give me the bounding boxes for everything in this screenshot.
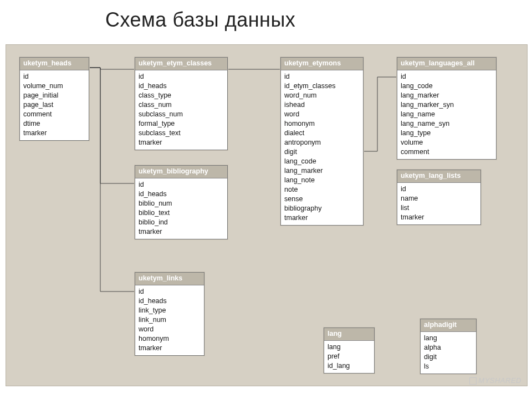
field: subclass_num: [139, 110, 224, 119]
field: biblio_text: [139, 208, 224, 218]
page-title: Схема базы данных: [105, 8, 295, 32]
field: word: [284, 110, 360, 119]
field: volume: [401, 138, 493, 147]
field: lang_type: [401, 129, 493, 138]
table-body: id name list tmarker: [397, 183, 480, 224]
table-header: uketym_bibliography: [135, 166, 227, 178]
watermark-icon: [469, 377, 477, 385]
field: tmarker: [401, 213, 477, 222]
table-lang[interactable]: lang lang pref id_lang: [324, 328, 375, 374]
field: page_initial: [23, 91, 85, 100]
table-uketym-etym-classes[interactable]: uketym_etym_classes id id_heads class_ty…: [135, 57, 228, 150]
field: dialect: [284, 129, 360, 138]
table-body: id volume_num page_initial page_last com…: [20, 70, 89, 140]
field: bibliography: [284, 204, 360, 213]
field: pref: [328, 352, 371, 361]
field: lang_marker: [401, 91, 493, 100]
field: id: [139, 287, 201, 296]
field: note: [284, 185, 360, 195]
field: id: [23, 72, 85, 81]
table-uketym-heads[interactable]: uketym_heads id volume_num page_initial …: [19, 57, 89, 141]
field: id: [139, 180, 224, 190]
table-alphadigit[interactable]: alphadigit lang alpha digit ls: [420, 319, 477, 374]
table-header: lang: [324, 328, 374, 341]
field: formal_type: [139, 119, 224, 129]
table-header: uketym_languages_all: [397, 58, 496, 70]
table-body: id lang_code lang_marker lang_marker_syn…: [397, 70, 496, 159]
table-header: uketym_heads: [20, 58, 89, 70]
table-uketym-lang-lists[interactable]: uketym_lang_lists id name list tmarker: [397, 170, 481, 225]
field: tmarker: [23, 129, 85, 138]
field: id: [401, 72, 493, 81]
field: digit: [424, 352, 473, 362]
field: word_num: [284, 91, 360, 100]
field: lang: [328, 342, 371, 352]
field: comment: [23, 110, 85, 119]
field: dtime: [23, 119, 85, 129]
field: id_etym_classes: [284, 81, 360, 91]
table-header: uketym_etym_classes: [135, 58, 227, 70]
field: digit: [284, 147, 360, 157]
field: sense: [284, 195, 360, 204]
watermark: MYSHARED: [469, 376, 521, 385]
field: id: [139, 72, 224, 81]
field: ls: [424, 362, 473, 371]
field: link_num: [139, 315, 201, 325]
field: lang_note: [284, 176, 360, 185]
field: lang_marker: [284, 166, 360, 176]
table-uketym-languages-all[interactable]: uketym_languages_all id lang_code lang_m…: [397, 57, 497, 160]
field: class_num: [139, 100, 224, 110]
table-uketym-bibliography[interactable]: uketym_bibliography id id_heads biblio_n…: [135, 165, 228, 239]
field: page_last: [23, 100, 85, 110]
table-uketym-links[interactable]: uketym_links id id_heads link_type link_…: [135, 272, 204, 356]
field: lang_code: [401, 81, 493, 91]
field: list: [401, 203, 477, 213]
table-body: id id_etym_classes word_num ishead word …: [281, 70, 363, 225]
table-header: uketym_etymons: [281, 58, 363, 70]
field: homonym: [284, 119, 360, 129]
field: lang: [424, 334, 473, 343]
field: biblio_num: [139, 199, 224, 208]
table-body: id id_heads biblio_num biblio_text bibli…: [135, 178, 227, 239]
watermark-text: MYSHARED: [478, 376, 521, 385]
field: id: [284, 72, 360, 81]
field: name: [401, 194, 477, 203]
field: alpha: [424, 343, 473, 352]
table-body: lang alpha digit ls: [421, 332, 476, 374]
field: comment: [401, 147, 493, 157]
table-body: id id_heads class_type class_num subclas…: [135, 70, 227, 150]
field: id: [401, 185, 477, 194]
field: tmarker: [139, 138, 224, 147]
field: tmarker: [139, 344, 201, 353]
field: word: [139, 325, 201, 334]
field: homonym: [139, 334, 201, 344]
field: biblio_ind: [139, 218, 224, 227]
field: id_lang: [328, 361, 371, 371]
field: lang_code: [284, 157, 360, 166]
field: volume_num: [23, 81, 85, 91]
field: antroponym: [284, 138, 360, 147]
table-header: uketym_links: [135, 273, 204, 285]
schema-canvas: uketym_heads id volume_num page_initial …: [6, 44, 528, 386]
field: id_heads: [139, 296, 201, 306]
field: link_type: [139, 306, 201, 315]
field: ishead: [284, 100, 360, 110]
field: class_type: [139, 91, 224, 100]
field: id_heads: [139, 190, 224, 199]
table-header: alphadigit: [421, 319, 476, 332]
table-header: uketym_lang_lists: [397, 170, 480, 183]
field: lang_name_syn: [401, 119, 493, 129]
field: id_heads: [139, 81, 224, 91]
field: tmarker: [139, 227, 224, 237]
field: tmarker: [284, 213, 360, 223]
field: lang_marker_syn: [401, 100, 493, 110]
field: lang_name: [401, 110, 493, 119]
table-uketym-etymons[interactable]: uketym_etymons id id_etym_classes word_n…: [280, 57, 364, 226]
field: subclass_text: [139, 129, 224, 138]
table-body: lang pref id_lang: [324, 341, 374, 373]
table-body: id id_heads link_type link_num word homo…: [135, 285, 204, 355]
